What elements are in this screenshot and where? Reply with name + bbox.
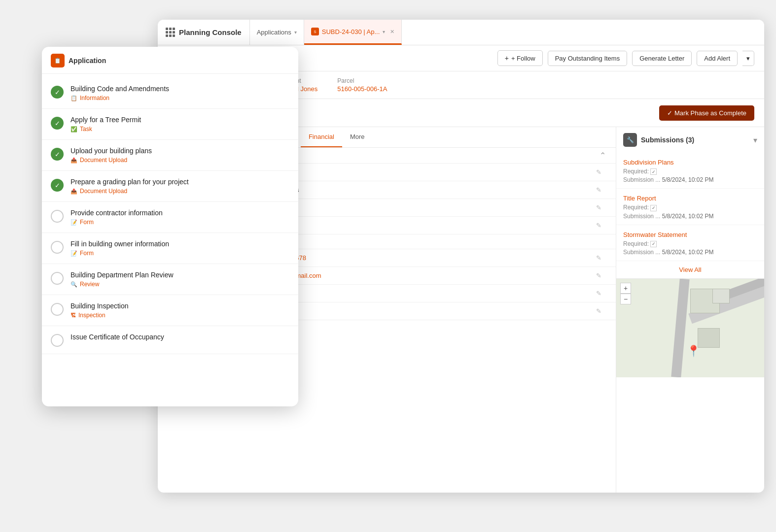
submissions-icon: 🔧 — [623, 133, 637, 147]
edit-icon[interactable]: ✎ — [596, 222, 606, 229]
map-zoom-in[interactable]: + — [620, 283, 631, 294]
app-header: Planning Console Applications ▾ S SUBD-2… — [158, 20, 764, 45]
tab-app-icon: S — [311, 28, 319, 35]
submission-item: Subdivision Plans Required: ✓ Submission… — [616, 153, 764, 189]
item-title: Apply for a Tree Permit — [71, 116, 289, 124]
tab-chevron2-icon: ▾ — [383, 29, 385, 34]
list-item[interactable]: Issue Certificate of Occupancy — [42, 326, 298, 354]
checklist: ✓ Building Code and Amendments 📋 Informa… — [42, 74, 298, 406]
item-title: Building Inspection — [71, 302, 289, 310]
add-alert-button[interactable]: Add Alert — [697, 51, 738, 66]
item-title: Fill in building owner information — [71, 240, 289, 248]
item-type: 📝 Form — [71, 250, 289, 257]
map-controls: + − — [620, 283, 631, 304]
edit-icon[interactable]: ✎ — [596, 186, 606, 194]
check-circle-done: ✓ — [51, 86, 64, 99]
submission-date-3: Submission ... 5/8/2024, 10:02 PM — [623, 249, 757, 256]
list-item[interactable]: Provide contractor information 📝 Form — [42, 202, 298, 233]
list-item[interactable]: ✓ Upload your building plans 📤 Document … — [42, 140, 298, 171]
item-type: 🔍 Review — [71, 281, 289, 288]
item-type: 🏗 Inspection — [71, 312, 289, 319]
map-pin: 📍 — [687, 345, 700, 358]
parcel-label: Parcel — [337, 77, 387, 84]
edit-icon[interactable]: ✎ — [596, 290, 606, 297]
overlay-panel: 📋 Application ✓ Building Code and Amendm… — [42, 47, 298, 406]
tab-applications[interactable]: Applications ▾ — [250, 20, 304, 45]
generate-letter-button[interactable]: Generate Letter — [632, 51, 692, 66]
grid-icon — [166, 28, 175, 37]
type-icon: 📝 — [71, 219, 77, 226]
submission-detail-3: Required: ✓ — [623, 240, 757, 247]
submission-date-2: Submission ... 5/8/2024, 10:02 PM — [623, 213, 757, 220]
type-icon: 🔍 — [71, 281, 77, 288]
tab-bar: Applications ▾ S SUBD-24-030 | Ap... ▾ ✕ — [250, 20, 764, 45]
submissions-title: 🔧 Submissions (3) — [623, 133, 694, 147]
list-item[interactable]: Building Inspection 🏗 Inspection — [42, 295, 298, 326]
submission-item: Stormwater Statement Required: ✓ Submiss… — [616, 225, 764, 261]
item-title: Prepare a grading plan for your project — [71, 178, 289, 186]
item-type: 📝 Form — [71, 219, 289, 226]
item-title: Provide contractor information — [71, 209, 289, 217]
tab-close-icon[interactable]: ✕ — [390, 29, 394, 35]
check-circle-pending — [51, 303, 64, 316]
mark-phase-complete-button[interactable]: ✓ Mark Phase as Complete — [659, 105, 754, 121]
submission-item: Title Report Required: ✓ Submission ... … — [616, 189, 764, 225]
app-logo: Planning Console — [158, 20, 250, 45]
edit-icon[interactable]: ✎ — [596, 307, 606, 315]
check-circle-pending — [51, 210, 64, 223]
edit-icon[interactable]: ✎ — [596, 168, 606, 176]
list-item[interactable]: ✓ Building Code and Amendments 📋 Informa… — [42, 78, 298, 109]
submission-link-3[interactable]: Stormwater Statement — [623, 231, 687, 238]
edit-icon[interactable]: ✎ — [596, 272, 606, 279]
list-item[interactable]: Fill in building owner information 📝 For… — [42, 233, 298, 264]
parcel-link[interactable]: 5160-005-006-1A — [337, 85, 387, 93]
map-section: 📍 + − — [616, 279, 764, 377]
checkbox-1: ✓ — [650, 168, 657, 175]
list-item[interactable]: Building Department Plan Review 🔍 Review — [42, 264, 298, 295]
item-type: 📤 Document Upload — [71, 188, 289, 195]
follow-button[interactable]: + Follow — [497, 50, 543, 66]
submissions-header: 🔧 Submissions (3) ▾ — [616, 127, 764, 153]
expand-icon[interactable]: ⌃ — [600, 151, 606, 160]
info-parcel: Parcel 5160-005-006-1A — [337, 77, 387, 93]
type-icon: 📤 — [71, 157, 77, 164]
type-icon: 📤 — [71, 188, 77, 195]
edit-icon[interactable]: ✎ — [596, 254, 606, 262]
item-title: Upload your building plans — [71, 147, 289, 155]
item-title: Building Code and Amendments — [71, 85, 289, 93]
check-circle-pending — [51, 272, 64, 285]
tab-subd[interactable]: S SUBD-24-030 | Ap... ▾ ✕ — [304, 20, 402, 45]
pay-button[interactable]: Pay Outstanding Items — [548, 51, 628, 66]
item-title: Issue Certificate of Occupancy — [71, 333, 289, 341]
edit-icon[interactable]: ✎ — [596, 204, 606, 211]
check-circle-done: ✓ — [51, 179, 64, 192]
more-actions-button[interactable]: ▾ — [742, 51, 754, 66]
submissions-dropdown[interactable]: ▾ — [753, 135, 757, 145]
map-zoom-out[interactable]: − — [620, 294, 631, 304]
submission-link-1[interactable]: Subdivision Plans — [623, 159, 674, 166]
right-panel: 🔧 Submissions (3) ▾ Subdivision Plans Re… — [616, 127, 764, 493]
check-circle-done: ✓ — [51, 148, 64, 161]
check-circle-done: ✓ — [51, 117, 64, 130]
tab-more[interactable]: More — [342, 127, 373, 147]
type-icon: 📋 — [71, 95, 77, 101]
check-circle-pending — [51, 334, 64, 347]
overlay-header-title: Application — [69, 57, 106, 65]
item-type: 📋 Information — [71, 95, 289, 101]
item-type: ✅ Task — [71, 126, 289, 133]
item-type: 📤 Document Upload — [71, 157, 289, 164]
view-all-button[interactable]: View All — [616, 261, 764, 278]
overlay-header-icon: 📋 — [51, 54, 65, 67]
type-icon: 📝 — [71, 250, 77, 257]
submission-link-2[interactable]: Title Report — [623, 195, 656, 202]
tab-chevron-icon: ▾ — [294, 30, 297, 35]
submissions-section: 🔧 Submissions (3) ▾ Subdivision Plans Re… — [616, 127, 764, 279]
tab-financial[interactable]: Financial — [301, 127, 342, 147]
submission-detail-2: Required: ✓ — [623, 204, 757, 211]
list-item[interactable]: ✓ Prepare a grading plan for your projec… — [42, 171, 298, 202]
list-item[interactable]: ✓ Apply for a Tree Permit ✅ Task — [42, 109, 298, 140]
app-title: Planning Console — [179, 28, 242, 36]
submission-date-1: Submission ... 5/8/2024, 10:02 PM — [623, 176, 757, 183]
type-icon: 🏗 — [71, 312, 76, 318]
submission-detail-1: Required: ✓ — [623, 168, 757, 175]
